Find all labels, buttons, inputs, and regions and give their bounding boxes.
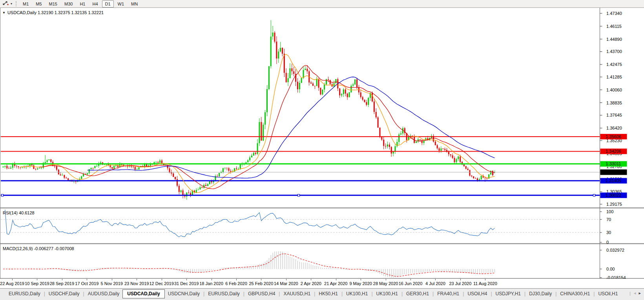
date-label: 4 Jul 2020: [425, 281, 445, 286]
rsi-tick-label: 70: [606, 217, 611, 222]
price-tick-label: 1.36420: [606, 126, 622, 130]
date-label: 17 Oct 2019: [75, 281, 99, 286]
level-price-badge-text: 1.31405: [606, 178, 621, 183]
timeframe-button-m1[interactable]: M1: [20, 0, 32, 7]
chart-tab-eurusd-daily[interactable]: EURUSD,Daily: [205, 290, 243, 298]
date-label: 31 Dec 2019: [174, 281, 199, 286]
toolbar-grip: [16, 1, 16, 6]
chart-tab-uk100-h1[interactable]: UK100,H1: [343, 290, 371, 298]
level-price-badge-text: 1.34206: [606, 149, 621, 154]
scroll-right-icon[interactable]: ▸: [639, 291, 641, 296]
price-tick-label: 1.42475: [606, 62, 622, 67]
chart-background[interactable]: [0, 8, 644, 279]
date-label: 2 Apr 2020: [301, 281, 321, 286]
timeframe-button-h4[interactable]: H4: [89, 0, 101, 7]
date-label: 9 May 2020: [349, 281, 372, 286]
level-price-badge-text: 1.35606: [606, 134, 621, 139]
trading-platform-window: ▾ M1M5M15M30H1H4D1W1MN 1.473401.461151.4…: [0, 0, 644, 300]
date-tick: [361, 279, 361, 280]
level-price-badge-text: 1.33011: [606, 161, 621, 166]
timeframe-button-m5[interactable]: M5: [33, 0, 45, 7]
chart-tab-usdchf-daily[interactable]: USDCHF,Daily: [46, 290, 83, 298]
price-tick-label: 1.47340: [606, 11, 622, 16]
chart-tab-china300-h1[interactable]: CHINA300,H1: [557, 290, 593, 298]
bid-price-badge-text: 1.32221: [606, 170, 621, 175]
timeframe-button-m30[interactable]: M30: [61, 0, 76, 7]
price-tick-label: 1.43700: [606, 49, 622, 54]
price-tick-label: 1.29175: [606, 202, 622, 207]
chart-canvas[interactable]: 1.473401.461151.448901.437001.424751.412…: [0, 8, 644, 279]
chart-tab-gbpusd-h4[interactable]: GBPUSD,H4: [245, 290, 278, 298]
date-tick: [336, 279, 336, 280]
tab-separator: |: [629, 291, 631, 296]
date-tick: [37, 279, 37, 280]
chart-tab-xauusd-h1[interactable]: XAUUSD,H1: [280, 290, 314, 298]
macd-tick-label: 0.032972: [606, 248, 624, 252]
timeframe-button-d1[interactable]: D1: [102, 0, 114, 7]
date-tick: [485, 279, 485, 280]
line-handle[interactable]: [298, 194, 300, 196]
date-axis[interactable]: 22 Aug 201910 Sep 201928 Sep 201917 Oct …: [0, 279, 644, 288]
date-label: 12 Dec 2019: [149, 281, 173, 286]
date-tick: [286, 279, 286, 280]
date-tick: [311, 279, 311, 280]
price-tick-label: 1.40060: [606, 88, 622, 92]
chart-tab-audusd-daily[interactable]: AUDUSD,Daily: [85, 290, 123, 298]
macd-tick-label: 0.00: [606, 267, 615, 271]
chart-tab-usoil-h4[interactable]: USOil,H4: [464, 290, 490, 298]
price-tick-label: 1.46115: [606, 24, 622, 29]
date-tick: [12, 279, 13, 280]
price-tick-label: 1.44890: [606, 37, 622, 42]
rsi-tick-label: 100: [606, 209, 613, 214]
tab-scroll-arrows: | ◂ ▸: [628, 290, 643, 296]
chart-tab-eurusd-daily[interactable]: EURUSD,Daily: [5, 290, 44, 298]
date-label: 28 Sep 2019: [50, 281, 74, 286]
price-tick-label: 1.37645: [606, 113, 622, 117]
date-tick: [137, 279, 137, 280]
chevron-down-icon[interactable]: ▾: [11, 2, 12, 5]
chart-tab-hk50-h1[interactable]: HK50,H1: [316, 290, 341, 298]
date-label: 11 Aug 2020: [473, 281, 497, 286]
date-label: 5 Nov 2019: [101, 281, 123, 286]
date-label: 25 Feb 2020: [249, 281, 274, 286]
chart-tab-uk100-h1[interactable]: UK100,H1: [373, 290, 401, 298]
date-tick: [410, 279, 411, 280]
chart-tab-usdcnh-daily[interactable]: USDCNH,Daily: [165, 290, 203, 298]
date-tick: [212, 279, 212, 280]
scroll-left-icon[interactable]: ◂: [634, 291, 636, 296]
date-label: 23 Jul 2020: [449, 281, 471, 286]
timeframe-button-h1[interactable]: H1: [77, 0, 88, 7]
chart-tab-ger30-h1[interactable]: GER30,H1: [403, 290, 432, 298]
price-tick-label: 1.41285: [606, 75, 622, 79]
level-price-badge-text: 1.30022: [606, 193, 621, 198]
rsi-tick-label: 30: [606, 230, 611, 235]
date-tick: [435, 279, 436, 280]
timeframe-button-m15[interactable]: M15: [46, 0, 60, 7]
rsi-tick-label: 0: [606, 240, 609, 245]
date-label: 14 Mar 2020: [274, 281, 298, 286]
chart-tab-usdcad-daily[interactable]: USDCAD,Daily: [122, 289, 164, 298]
chart-tab-fra40-h1[interactable]: FRA40,H1: [434, 290, 462, 298]
timeframe-button-w1[interactable]: W1: [115, 0, 128, 7]
chart-tab-dj30-daily[interactable]: DJ30,Daily: [526, 290, 555, 298]
chart-tool-button[interactable]: ▾: [0, 0, 14, 7]
date-label: 21 Apr 2020: [324, 281, 347, 286]
date-tick: [460, 279, 461, 280]
chart-tab-usoil-h1[interactable]: USOil,H1: [595, 290, 621, 298]
date-tick: [236, 279, 237, 280]
line-handle[interactable]: [593, 194, 595, 196]
timeframe-button-mn[interactable]: MN: [128, 0, 141, 7]
price-tick-label: 1.38835: [606, 101, 622, 105]
macd-tick-label: -0.018154: [606, 275, 626, 279]
date-label: 6 Feb 2020: [225, 281, 247, 286]
date-tick: [62, 279, 62, 280]
line-handle[interactable]: [2, 194, 4, 196]
date-tick: [261, 279, 261, 280]
timeframe-toolbar: ▾ M1M5M15M30H1H4D1W1MN: [0, 0, 644, 8]
chart-tab-bar: EURUSD,Daily|USDCHF,Daily|AUDUSD,DailyUS…: [0, 288, 644, 300]
date-tick: [112, 279, 112, 280]
date-tick: [186, 279, 187, 280]
chart-tab-usdjpy-h1[interactable]: USDJPY,H1: [493, 290, 524, 298]
date-label: 22 Aug 2019: [0, 281, 24, 286]
diagonal-arrows-tool-icon: [2, 0, 9, 7]
